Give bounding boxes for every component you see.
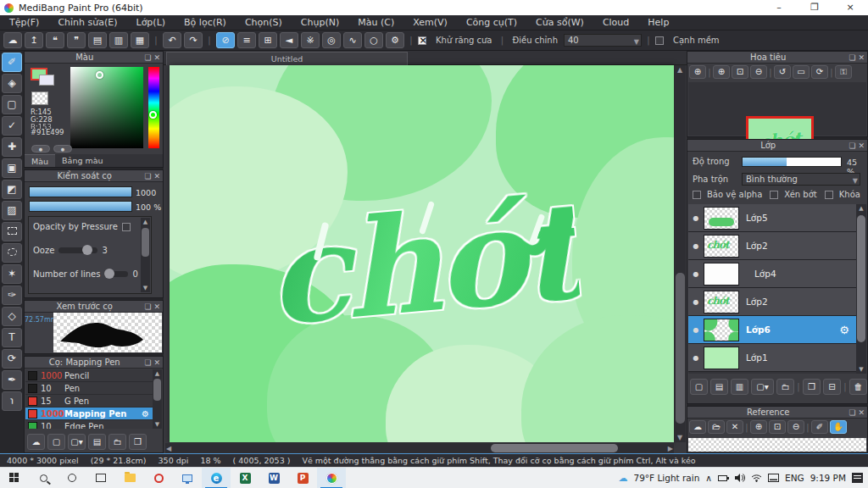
close-icon[interactable]: ✕ — [858, 141, 865, 150]
move-tool[interactable]: ✚ — [2, 137, 22, 157]
cortana-button[interactable] — [58, 468, 86, 488]
add-layer-menu-icon[interactable]: ▢▾ — [751, 379, 774, 395]
file-explorer-button[interactable] — [115, 468, 144, 488]
select-pen-tool[interactable]: ✑ — [2, 286, 22, 305]
brush-row-mapping-pen[interactable]: 1000 Mapping Pen ⚙ — [25, 408, 153, 420]
menu-color[interactable]: Màu (C) — [348, 15, 403, 30]
battery-icon[interactable] — [718, 474, 729, 482]
gear-icon[interactable]: ⚙ — [142, 409, 149, 419]
layer-list-scrollbar[interactable]: ▲ ▼ — [856, 204, 866, 374]
snap-ellipse-button[interactable]: ○ — [364, 32, 383, 48]
show-hidden-icons[interactable]: ∧ — [705, 473, 712, 483]
brush-cloud-icon[interactable]: ☁ — [27, 434, 45, 450]
duplicate-layer-icon[interactable]: ❐ — [803, 379, 821, 395]
protect-alpha-checkbox[interactable] — [693, 191, 701, 199]
lasso-tool[interactable] — [2, 243, 22, 263]
layer-row[interactable]: ● Lớp4 — [688, 260, 856, 288]
snap-settings-button[interactable]: ⚙ — [386, 32, 404, 48]
layer-row[interactable]: ● chớt Lớp2 — [688, 232, 856, 260]
import-layer-icon[interactable]: ▥ — [731, 379, 748, 395]
publish-button[interactable]: ↥ — [25, 32, 43, 48]
cloud-save-button[interactable]: ☁ — [3, 32, 22, 48]
powerpoint-button[interactable]: P — [288, 468, 317, 488]
open-file-icon[interactable]: 🗁 — [708, 420, 725, 434]
snap-concentric-button[interactable]: ◎ — [322, 32, 341, 48]
scroll-down-icon[interactable]: ▼ — [153, 421, 162, 428]
lock-checkbox[interactable] — [825, 191, 833, 199]
hand-icon[interactable]: ✋ — [830, 420, 847, 434]
zoom-out-icon[interactable]: ⊖ — [750, 65, 767, 79]
task-view-button[interactable] — [86, 468, 115, 488]
adjust-dropdown[interactable]: 40 ▼ — [564, 34, 642, 47]
visibility-icon[interactable]: ● — [688, 214, 704, 222]
comment-button[interactable]: ❝ — [46, 32, 64, 48]
snap-grid-button[interactable]: ⊞ — [259, 32, 277, 48]
gear-icon[interactable]: ⚙ — [839, 324, 849, 336]
brush-row-pen[interactable]: 10 Pen — [25, 382, 153, 395]
scrollbar-thumb[interactable] — [857, 215, 865, 342]
menu-view[interactable]: Xem(V) — [403, 15, 457, 30]
brush-row-gpen[interactable]: 15 G Pen — [25, 395, 153, 408]
start-button[interactable] — [0, 468, 29, 488]
scroll-up-icon[interactable]: ▲ — [856, 205, 866, 212]
layer-row[interactable]: ● Lớp1 — [688, 344, 856, 372]
popout-icon[interactable]: ❏ — [144, 172, 151, 180]
display-app-button[interactable] — [173, 468, 202, 488]
saturation-value-picker[interactable] — [70, 67, 143, 148]
eyedropper-icon[interactable]: ✐ — [811, 420, 828, 434]
copy-layer-icon[interactable]: ▤ — [710, 379, 728, 395]
popout-icon[interactable]: ❏ — [144, 302, 151, 311]
zoom-in-icon[interactable]: ⊕ — [750, 420, 767, 434]
restore-button[interactable]: ❐ — [797, 0, 832, 15]
sv-marker[interactable] — [96, 71, 103, 79]
reference-view[interactable] — [688, 438, 866, 452]
lines-slider-knob[interactable] — [104, 269, 114, 279]
wifi-icon[interactable] — [751, 474, 762, 482]
hue-slider[interactable] — [148, 67, 159, 148]
brush-folder-icon[interactable]: 🗀 — [108, 434, 126, 450]
visibility-icon[interactable]: ● — [688, 298, 704, 306]
brush-tool[interactable]: ✐ — [2, 53, 22, 72]
zoom-actual-icon[interactable]: ⊕ — [689, 65, 706, 79]
visibility-icon[interactable]: ● — [688, 354, 704, 362]
close-icon[interactable]: ✕ — [153, 302, 160, 311]
eraser-tool[interactable]: ◈ — [2, 74, 22, 93]
color-option-button-2[interactable] — [53, 145, 72, 152]
menu-select[interactable]: Chọn(S) — [236, 15, 292, 30]
form-button[interactable]: ▥ — [109, 32, 128, 48]
undo-button[interactable]: ↶ — [163, 32, 181, 48]
shape-brush-tool[interactable]: ▢ — [2, 95, 22, 114]
scroll-down-icon[interactable]: ▼ — [677, 434, 682, 441]
word-button[interactable]: W — [259, 468, 288, 488]
cloud-open-icon[interactable]: ☁ — [689, 420, 706, 434]
visibility-icon[interactable]: ● — [688, 326, 704, 334]
reset-rotation-icon[interactable]: ▭ — [793, 65, 810, 79]
hue-marker[interactable] — [149, 111, 157, 119]
tab-palette[interactable]: Bảng màu — [55, 154, 110, 167]
fit-window-icon[interactable]: ⊡ — [732, 65, 748, 79]
search-button[interactable] — [29, 468, 58, 488]
pressure-checkbox[interactable] — [122, 223, 131, 231]
close-icon[interactable]: ✕ — [858, 408, 865, 417]
dot-pen-tool[interactable]: ✓ — [2, 116, 22, 136]
delete-layer-icon[interactable]: 🗑 — [849, 379, 867, 395]
brush-opacity-slider[interactable] — [29, 201, 132, 212]
soft-edge-checkbox[interactable] — [655, 36, 664, 45]
eyedropper-tool[interactable]: ℩ — [2, 391, 22, 411]
fit-window-icon[interactable]: ⊡ — [769, 420, 786, 434]
popout-icon[interactable]: ❏ — [849, 53, 855, 62]
copy-brush-icon[interactable]: ▤ — [88, 434, 106, 450]
snap-curve-button[interactable]: ∿ — [343, 32, 362, 48]
zoom-out-icon[interactable]: ⊖ — [787, 420, 804, 434]
magic-wand-tool[interactable]: ✶ — [2, 264, 22, 284]
snap-radial-button[interactable]: ※ — [301, 32, 320, 48]
visibility-icon[interactable]: ● — [688, 242, 704, 250]
fill-shape-tool[interactable]: ▣ — [2, 158, 22, 178]
edge-button[interactable]: e — [202, 468, 231, 488]
operation-tool[interactable]: ✒ — [2, 370, 22, 390]
language-indicator[interactable]: ENG — [785, 473, 804, 483]
popout-icon[interactable]: ❏ — [849, 408, 855, 417]
clock[interactable]: 9:19 PM — [810, 473, 846, 483]
opacity-slider[interactable] — [742, 157, 842, 167]
close-icon[interactable]: ✕ — [153, 53, 160, 62]
